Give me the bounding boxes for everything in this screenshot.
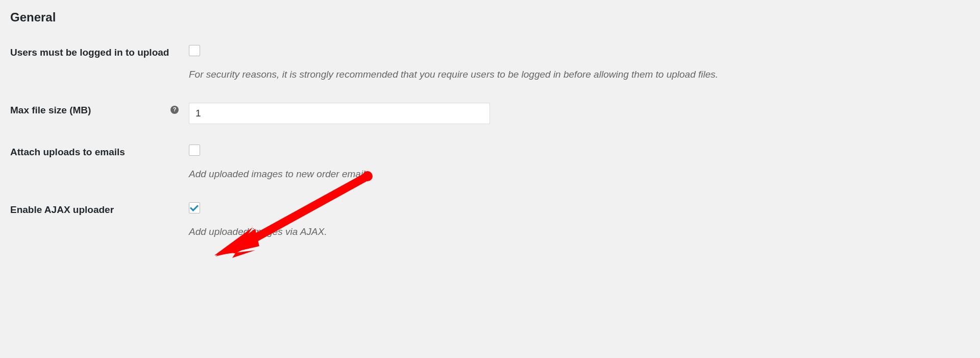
- label-enable-ajax: Enable AJAX uploader: [10, 203, 114, 217]
- row-enable-ajax: Enable AJAX uploader Add uploaded images…: [10, 202, 970, 240]
- checkbox-enable-ajax[interactable]: [189, 202, 200, 213]
- checkbox-logged-in[interactable]: [189, 45, 200, 56]
- settings-form: Users must be logged in to upload For se…: [10, 45, 970, 239]
- label-max-file-size: Max file size (MB): [10, 104, 91, 117]
- row-attach-emails: Attach uploads to emails Add uploaded im…: [10, 145, 970, 182]
- input-max-file-size[interactable]: [189, 103, 490, 124]
- description-attach-emails: Add uploaded images to new order emails.: [189, 167, 970, 182]
- row-max-file-size: Max file size (MB) ?: [10, 103, 970, 124]
- checkbox-attach-emails[interactable]: [189, 145, 200, 156]
- section-heading: General: [10, 10, 970, 25]
- help-icon[interactable]: ?: [170, 106, 179, 114]
- row-logged-in: Users must be logged in to upload For se…: [10, 45, 970, 82]
- description-enable-ajax: Add uploaded images via AJAX.: [189, 225, 970, 240]
- label-logged-in: Users must be logged in to upload: [10, 46, 169, 60]
- label-attach-emails: Attach uploads to emails: [10, 146, 125, 159]
- description-logged-in: For security reasons, it is strongly rec…: [189, 67, 970, 82]
